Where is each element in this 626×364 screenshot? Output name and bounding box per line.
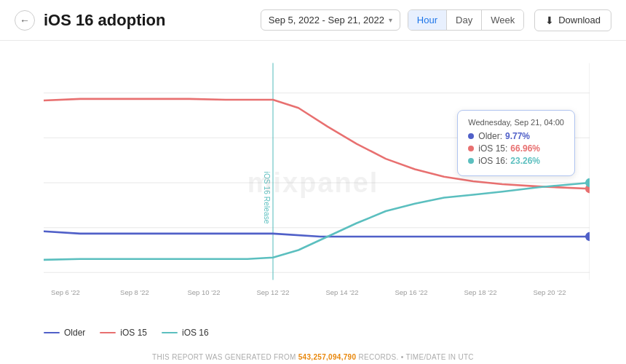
svg-text:Sep 20 '22: Sep 20 '22	[533, 288, 566, 296]
legend-line-ios15	[100, 332, 116, 334]
date-range-caret: ▾	[389, 16, 392, 24]
date-range-label: Sep 5, 2022 - Sep 21, 2022	[269, 15, 384, 25]
svg-point-22	[585, 178, 590, 187]
legend-label-older: Older	[64, 328, 85, 338]
chart-area: mixpanel 80% 60% 40% 20% Sep 6 '22 Sep 8…	[0, 41, 626, 325]
download-icon: ⬇	[545, 15, 554, 26]
tooltip-label-older: Older:	[478, 131, 502, 141]
tooltip-value-ios15: 66.96%	[510, 143, 540, 154]
time-week-button[interactable]: Week	[482, 10, 523, 30]
tooltip-date: Wednesday, Sep 21, 04:00	[468, 118, 564, 127]
legend-ios16: iOS 16	[162, 328, 209, 338]
svg-text:Sep 18 '22: Sep 18 '22	[464, 288, 496, 296]
svg-point-20	[585, 232, 590, 241]
svg-text:iOS 16 Release: iOS 16 Release	[263, 172, 271, 224]
svg-text:Sep 12 '22: Sep 12 '22	[256, 288, 289, 296]
tooltip-dot-ios15	[468, 146, 474, 151]
chart-svg: 80% 60% 40% 20% Sep 6 '22 Sep 8 '22 Sep …	[44, 48, 590, 317]
footer-prefix: THIS REPORT WAS GENERATED FROM	[152, 353, 296, 361]
back-icon: ←	[20, 15, 30, 26]
time-day-button[interactable]: Day	[447, 10, 482, 30]
svg-text:Sep 16 '22: Sep 16 '22	[395, 288, 427, 296]
tooltip: Wednesday, Sep 21, 04:00 Older: 9.77% iO…	[457, 110, 575, 176]
legend-area: Older iOS 15 iOS 16	[0, 325, 626, 341]
tooltip-row-ios16: iOS 16: 23.26%	[468, 156, 564, 166]
footer-records[interactable]: 543,257,094,790	[298, 353, 357, 361]
tooltip-label-ios15: iOS 15:	[478, 143, 507, 154]
tooltip-dot-older	[468, 133, 474, 139]
time-group: Hour Day Week	[408, 9, 524, 31]
page-title: iOS 16 adoption	[44, 11, 261, 30]
date-range-button[interactable]: Sep 5, 2022 - Sep 21, 2022 ▾	[261, 9, 400, 31]
svg-text:Sep 14 '22: Sep 14 '22	[325, 288, 358, 296]
tooltip-value-older: 9.77%	[505, 131, 530, 141]
download-button[interactable]: ⬇ Download	[534, 9, 611, 31]
header: ← iOS 16 adoption Sep 5, 2022 - Sep 21, …	[0, 0, 626, 41]
legend-line-ios16	[162, 332, 178, 334]
legend-older: Older	[44, 328, 85, 338]
legend-ios15: iOS 15	[100, 328, 147, 338]
legend-line-older	[44, 332, 60, 334]
time-hour-button[interactable]: Hour	[408, 10, 447, 30]
svg-text:Sep 6 '22: Sep 6 '22	[51, 288, 80, 296]
svg-text:Sep 10 '22: Sep 10 '22	[187, 288, 220, 296]
legend-label-ios16: iOS 16	[182, 328, 209, 338]
legend-label-ios15: iOS 15	[120, 328, 147, 338]
footer: THIS REPORT WAS GENERATED FROM 543,257,0…	[0, 350, 626, 364]
download-label: Download	[558, 15, 601, 25]
tooltip-row-ios15: iOS 15: 66.96%	[468, 143, 564, 154]
tooltip-dot-ios16	[468, 158, 474, 164]
tooltip-row-older: Older: 9.77%	[468, 131, 564, 141]
back-button[interactable]: ←	[15, 10, 35, 31]
tooltip-label-ios16: iOS 16:	[478, 156, 507, 166]
svg-text:Sep 8 '22: Sep 8 '22	[120, 288, 149, 296]
tooltip-value-ios16: 23.26%	[510, 156, 540, 166]
footer-suffix: RECORDS. • TIME/DATE IN UTC	[358, 353, 473, 361]
